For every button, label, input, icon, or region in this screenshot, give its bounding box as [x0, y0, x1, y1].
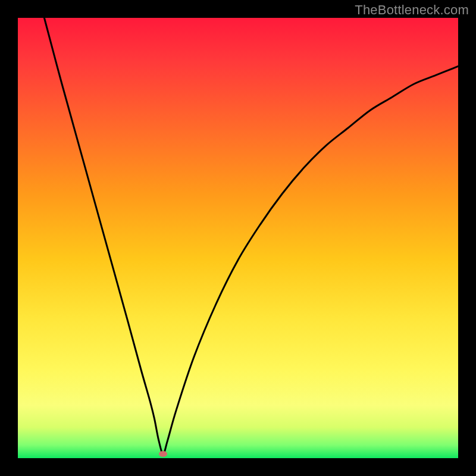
- curve-svg: [18, 18, 458, 458]
- watermark-text: TheBottleneck.com: [355, 2, 469, 18]
- plot-area: [18, 18, 458, 458]
- chart-container: TheBottleneck.com: [0, 0, 476, 476]
- minimum-marker: [159, 451, 167, 457]
- bottleneck-curve-path: [44, 18, 458, 454]
